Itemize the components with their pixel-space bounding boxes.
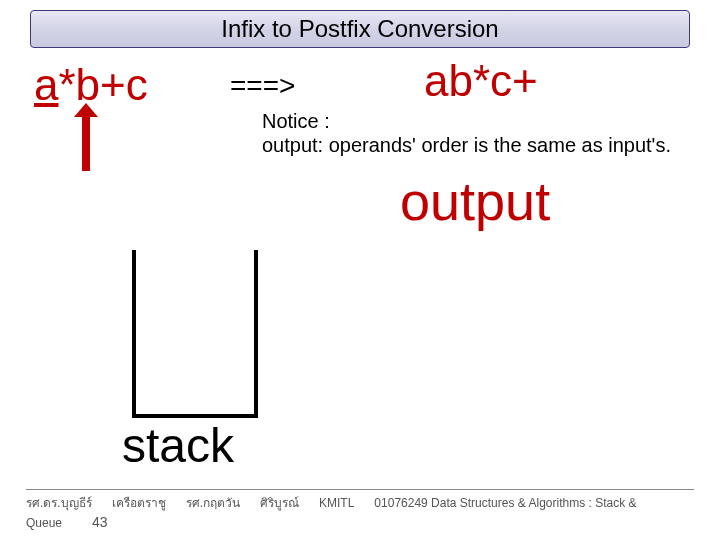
notice-text: output: operands' order is the same as i… [262, 134, 671, 157]
pointer-arrow-icon [82, 115, 90, 171]
title-bar: Infix to Postfix Conversion [30, 10, 690, 48]
output-label: output [400, 170, 550, 232]
footer-author2: เครือตราชู [112, 493, 166, 512]
footer: รศ.ดร.บุญธีร์ เครือตราชู รศ.กฤตวัน ศิริบ… [26, 493, 710, 530]
conversion-arrow: ===> [230, 70, 295, 102]
footer-course: 01076249 Data Structures & Algorithms : … [374, 496, 636, 510]
postfix-expression: ab*c+ [424, 56, 538, 106]
footer-institution: KMITL [319, 496, 354, 510]
page-number: 43 [92, 514, 108, 530]
footer-author1: รศ.ดร.บุญธีร์ [26, 493, 92, 512]
notice-label: Notice : [262, 110, 330, 133]
footer-author3: รศ.กฤตวัน [186, 493, 240, 512]
footer-course-cont: Queue [26, 516, 62, 530]
footer-divider [26, 489, 694, 490]
slide-title: Infix to Postfix Conversion [221, 15, 498, 43]
stack-diagram [132, 250, 258, 418]
stack-label: stack [122, 418, 234, 473]
footer-author4: ศิริบูรณ์ [260, 493, 299, 512]
